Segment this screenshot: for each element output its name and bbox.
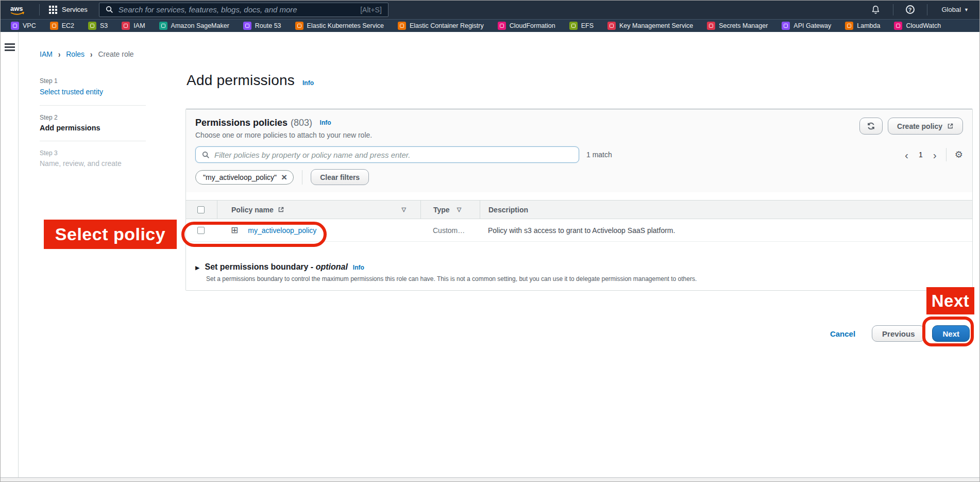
api-gateway-icon	[782, 22, 790, 30]
secrets-manager-icon	[707, 22, 715, 30]
column-type: Type	[433, 206, 450, 214]
next-button[interactable]: Next	[932, 325, 970, 342]
chevron-down-icon: ▼	[964, 7, 969, 12]
efs-icon	[569, 22, 578, 30]
services-menu-button[interactable]: Services	[45, 0, 92, 19]
external-link-icon	[278, 206, 284, 213]
policy-filter-input[interactable]: Filter policies by property or policy na…	[195, 146, 579, 163]
boundary-info-link[interactable]: Info	[353, 264, 364, 271]
region-selector[interactable]: Global ▼	[940, 6, 971, 13]
clear-filters-button[interactable]: Clear filters	[311, 169, 369, 185]
favorite-label: Route 53	[255, 22, 281, 29]
favorite-ecr[interactable]: Elastic Container Registry	[398, 22, 484, 30]
sidebar-divider	[18, 32, 19, 477]
favorite-label: EFS	[581, 22, 594, 29]
panel-info-link[interactable]: Info	[320, 119, 331, 126]
page-title: Add permissions	[187, 72, 295, 89]
favorite-label: IAM	[133, 22, 145, 29]
help-icon[interactable]: ?	[906, 5, 915, 14]
favorite-vpc[interactable]: VPC	[11, 22, 36, 30]
step-1-label: Step 1	[40, 77, 146, 85]
wizard-footer-actions: Cancel Previous Next	[830, 325, 970, 342]
pager-divider	[946, 148, 947, 161]
boundary-description: Set a permissions boundary to control th…	[195, 275, 963, 282]
permissions-policies-panel: Permissions policies(803) Info Choose on…	[185, 109, 973, 291]
breadcrumb-iam[interactable]: IAM	[40, 50, 53, 58]
favorite-lambda[interactable]: Lambda	[845, 22, 880, 30]
expand-row-icon[interactable]: ⊞	[231, 226, 238, 235]
breadcrumb-create-role: Create role	[98, 50, 133, 58]
step-divider	[40, 105, 146, 106]
create-policy-button[interactable]: Create policy	[888, 118, 963, 135]
nav-divider	[927, 4, 927, 15]
sort-policy-name-icon[interactable]: ▽	[402, 206, 406, 213]
filter-divider	[302, 170, 302, 185]
favorite-iam[interactable]: IAM	[122, 22, 145, 30]
step-3-label: Step 3	[40, 149, 146, 157]
panel-header: Permissions policies(803) Info Choose on…	[186, 109, 972, 192]
region-label: Global	[942, 6, 961, 13]
favorite-s3[interactable]: S3	[88, 22, 108, 30]
s3-icon	[88, 22, 96, 30]
sort-type-icon[interactable]: ▽	[457, 206, 461, 213]
notifications-bell-icon[interactable]	[871, 5, 881, 15]
cloudformation-icon	[498, 22, 506, 30]
favorite-secrets-manager[interactable]: Secrets Manager	[707, 22, 768, 30]
favorite-cloudformation[interactable]: CloudFormation	[498, 22, 555, 30]
row-checkbox[interactable]	[197, 227, 205, 234]
cloudwatch-icon	[894, 22, 902, 30]
table-settings-gear-icon[interactable]: ⚙	[955, 149, 963, 160]
favorite-route53[interactable]: Route 53	[243, 22, 281, 30]
pagination-previous-icon[interactable]: ‹	[904, 149, 909, 160]
refresh-icon	[867, 122, 875, 130]
favorite-cloudwatch[interactable]: CloudWatch	[894, 22, 941, 30]
step-2-title-add-permissions: Add permissions	[40, 124, 146, 132]
step-3-title-name-review-create: Name, review, and create	[40, 159, 146, 168]
favorite-api-gateway[interactable]: API Gateway	[782, 22, 831, 30]
ecr-icon	[398, 22, 406, 30]
boundary-title: Set permissions boundary - optional	[205, 262, 347, 272]
search-icon	[106, 6, 113, 13]
kms-icon	[607, 22, 616, 30]
favorite-eks[interactable]: Elastic Kubernetes Service	[295, 22, 384, 30]
favorite-kms[interactable]: Key Management Service	[607, 22, 693, 30]
aws-logo[interactable]: aws	[9, 4, 27, 15]
favorite-ec2[interactable]: EC2	[50, 22, 74, 30]
create-policy-label: Create policy	[897, 122, 942, 130]
search-placeholder: Search for services, features, blogs, do…	[119, 5, 355, 14]
search-icon	[202, 151, 210, 159]
favorite-sagemaker[interactable]: Amazon SageMaker	[159, 22, 229, 30]
remove-filter-icon[interactable]: ×	[281, 172, 287, 182]
breadcrumb-chevron-icon: ›	[58, 49, 60, 59]
refresh-button[interactable]	[859, 118, 883, 135]
policy-name-link[interactable]: my_activeloop_policy	[248, 226, 316, 235]
favorite-label: Amazon SageMaker	[171, 22, 229, 29]
eks-icon	[295, 22, 303, 30]
filter-tag-text: "my_activeloop_policy"	[203, 173, 277, 181]
menu-hamburger-icon[interactable]	[5, 43, 15, 53]
page-info-link[interactable]: Info	[302, 79, 314, 87]
svg-text:aws: aws	[10, 5, 23, 12]
disclosure-triangle-icon[interactable]: ▶	[195, 264, 199, 271]
pagination-next-icon[interactable]: ›	[932, 149, 938, 160]
select-all-checkbox[interactable]	[197, 206, 205, 213]
global-search-input[interactable]: Search for services, features, blogs, do…	[99, 3, 388, 17]
previous-button[interactable]: Previous	[872, 325, 925, 342]
wizard-steps-nav: Step 1 Select trusted entity Step 2 Add …	[40, 77, 146, 168]
panel-title: Permissions policies	[195, 118, 288, 128]
favorite-label: Secrets Manager	[719, 22, 768, 29]
favorite-efs[interactable]: EFS	[569, 22, 594, 30]
services-grid-icon	[49, 6, 57, 14]
step-1-link-select-trusted-entity[interactable]: Select trusted entity	[40, 88, 103, 96]
cancel-button[interactable]: Cancel	[830, 329, 855, 338]
breadcrumb: IAM › Roles › Create role	[40, 50, 134, 58]
breadcrumb-chevron-icon: ›	[90, 49, 92, 59]
favorite-label: API Gateway	[793, 22, 831, 29]
breadcrumb-roles[interactable]: Roles	[66, 50, 85, 58]
column-description: Description	[488, 206, 528, 214]
nav-divider	[893, 4, 893, 15]
external-link-icon	[947, 123, 954, 129]
pagination-page-1[interactable]: 1	[916, 151, 926, 159]
step-2: Step 2 Add permissions	[40, 114, 146, 132]
top-navigation-bar: aws Services Search for services, featur…	[0, 0, 980, 19]
